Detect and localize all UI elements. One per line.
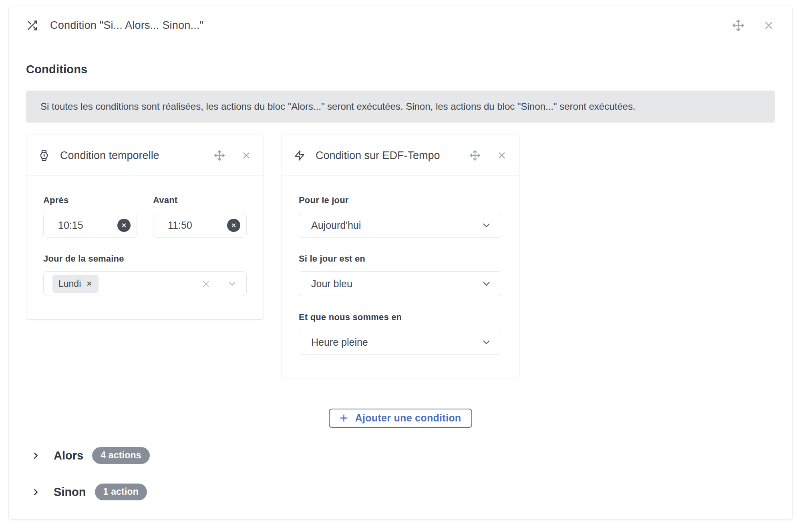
move-icon[interactable] [214, 150, 225, 161]
chevron-down-icon [481, 220, 492, 231]
then-block-label: Alors [54, 449, 83, 462]
tempo-card-body: Pour le jour Aujourd'hui Si le jour est … [282, 176, 519, 378]
tempo-card-title-wrap: Condition sur EDF-Tempo [294, 148, 469, 163]
weekday-label: Jour de la semaine [43, 254, 247, 264]
add-condition-label: Ajouter une condition [355, 412, 461, 424]
day-color-select-group: Si le jour est en Jour bleu [299, 254, 502, 296]
weekday-field-group: Jour de la semaine Lundi [43, 254, 247, 296]
day-select-label: Pour le jour [299, 195, 502, 206]
weekday-tag: Lundi [52, 275, 99, 293]
chevron-right-icon [31, 487, 41, 497]
after-field-group: Après 10:15 [43, 195, 137, 238]
day-select-group: Pour le jour Aujourd'hui [299, 195, 502, 238]
else-block-toggle[interactable]: Sinon 1 action [26, 484, 147, 500]
temporal-card-title: Condition temporelle [60, 149, 159, 161]
move-icon[interactable] [469, 150, 481, 161]
conditions-heading: Conditions [26, 63, 775, 76]
chevron-right-icon [31, 451, 41, 461]
day-color-select-label: Si le jour est en [299, 254, 502, 264]
hour-type-select-group: Et que nous sommes en Heure pleine [299, 312, 502, 355]
conditions-info-box: Si toutes les conditions sont réalisées,… [26, 91, 775, 123]
temporal-card-title-wrap: Condition temporelle [38, 148, 214, 163]
dialog-header-actions [732, 19, 775, 32]
divider [219, 278, 219, 290]
dialog-title: Condition "Si... Alors... Sinon..." [50, 19, 732, 32]
hour-type-select-value: Heure pleine [311, 337, 368, 348]
before-time-input[interactable]: 11:50 [153, 213, 247, 238]
before-field-group: Avant 11:50 [153, 195, 247, 238]
after-label: Après [43, 195, 137, 206]
condition-dialog: Condition "Si... Alors... Sinon..." [8, 6, 793, 520]
clear-selection-icon[interactable] [201, 279, 211, 289]
clear-before-icon[interactable] [227, 219, 240, 232]
plus-icon [338, 413, 349, 423]
day-select[interactable]: Aujourd'hui [299, 213, 502, 238]
hour-type-select[interactable]: Heure pleine [299, 330, 502, 355]
zap-icon [294, 150, 305, 161]
conditions-cards-grid: Condition temporelle [26, 135, 775, 378]
chevron-down-icon[interactable] [227, 278, 237, 289]
else-block-label: Sinon [54, 486, 86, 499]
tempo-card-title: Condition sur EDF-Tempo [316, 149, 440, 161]
chevron-down-icon [481, 337, 492, 348]
clear-after-icon[interactable] [117, 219, 131, 232]
dialog-header: Condition "Si... Alors... Sinon..." [9, 6, 792, 45]
watch-icon [38, 150, 50, 161]
move-icon[interactable] [732, 19, 745, 32]
weekday-tag-label: Lundi [58, 278, 81, 289]
day-color-select[interactable]: Jour bleu [299, 271, 502, 296]
day-color-select-value: Jour bleu [311, 278, 352, 290]
else-actions-badge: 1 action [95, 484, 147, 500]
add-condition-row: Ajouter une condition [26, 409, 775, 428]
weekday-multiselect[interactable]: Lundi [43, 271, 247, 296]
temporal-card-body: Après 10:15 [26, 176, 264, 319]
temporal-card-header: Condition temporelle [26, 135, 264, 176]
tempo-condition-card: Condition sur EDF-Tempo [282, 135, 519, 378]
temporal-card-actions [214, 150, 252, 161]
before-label: Avant [153, 195, 247, 206]
multiselect-controls [201, 278, 237, 290]
day-select-value: Aujourd'hui [311, 220, 361, 231]
tempo-card-actions [469, 150, 507, 161]
add-condition-button[interactable]: Ajouter une condition [329, 409, 473, 428]
remove-tag-icon[interactable] [86, 280, 93, 287]
tempo-card-header: Condition sur EDF-Tempo [282, 135, 519, 176]
close-icon[interactable] [241, 150, 252, 161]
close-icon[interactable] [763, 20, 775, 31]
shuffle-icon [26, 20, 38, 31]
close-icon[interactable] [497, 150, 507, 161]
temporal-condition-card: Condition temporelle [26, 135, 264, 320]
before-time-value: 11:50 [168, 220, 192, 231]
hour-type-select-label: Et que nous sommes en [299, 312, 502, 322]
dialog-content: Conditions Si toutes les conditions sont… [9, 45, 792, 500]
after-time-input[interactable]: 10:15 [43, 213, 137, 238]
chevron-down-icon [481, 278, 492, 289]
after-time-value: 10:15 [58, 220, 83, 231]
then-actions-badge: 4 actions [92, 447, 150, 464]
then-block-toggle[interactable]: Alors 4 actions [26, 447, 150, 464]
